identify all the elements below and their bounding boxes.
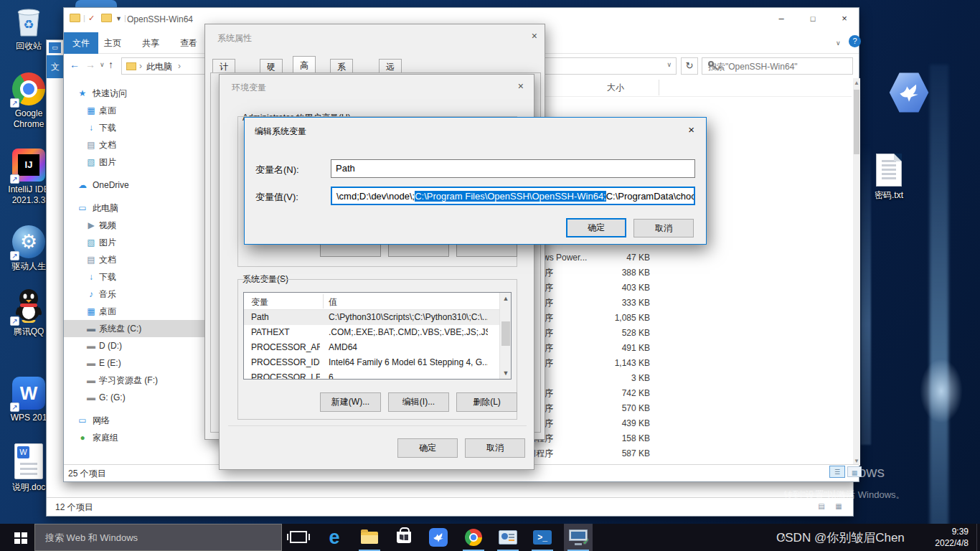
task-view-icon[interactable]: [290, 531, 307, 543]
sidebar-item[interactable]: ▦ 桌面: [64, 303, 216, 320]
sidebar-item[interactable]: ▬ D (D:): [64, 337, 216, 354]
tab-hardware[interactable]: 硬件: [260, 59, 283, 74]
address-dropdown-icon[interactable]: ∨: [666, 61, 672, 68]
taskbar-search-input[interactable]: 搜索 Web 和 Windows: [34, 524, 282, 551]
file-row[interactable]: 应用程序 587 KB: [519, 446, 650, 461]
tab-view[interactable]: 查看: [180, 37, 197, 50]
taskbar-chrome-icon[interactable]: [459, 524, 488, 551]
cancel-button[interactable]: 取消: [465, 438, 525, 458]
scroll-down-icon[interactable]: ▼: [500, 369, 512, 377]
breadcrumb-this-pc[interactable]: 此电脑: [146, 61, 172, 73]
taskbar-store-icon[interactable]: [390, 524, 418, 551]
sidebar-item[interactable]: ▤ 文档: [64, 136, 216, 154]
edit-button[interactable]: 编辑(I)...: [388, 392, 449, 412]
sidebar-item[interactable]: ▧ 图片: [64, 234, 216, 251]
sidebar-item[interactable]: ▬ 系统盘 (C:): [64, 320, 216, 337]
cancel-button[interactable]: 取消: [633, 219, 694, 237]
minimize-button[interactable]: –: [765, 8, 797, 31]
system-variables-table[interactable]: 变量 值 Path C:\Python310\Scripts\;C:\Pytho…: [243, 292, 512, 380]
sidebar-item[interactable]: ▤ 文档: [64, 251, 216, 268]
sidebar-item[interactable]: ↓ 下载: [64, 268, 216, 286]
sidebar-item[interactable]: ↓ 下载: [64, 119, 216, 136]
taskbar-system-properties-icon[interactable]: ✓: [564, 524, 593, 551]
variable-value-input[interactable]: \cmd;D:\dev\node\;C:\Program Files\OpenS…: [331, 187, 695, 205]
delete-button[interactable]: 删除(L): [456, 392, 517, 412]
sidebar-item[interactable]: ▬ E (E:): [64, 354, 216, 372]
tab-system-protection[interactable]: 系统保护: [330, 59, 353, 74]
qat-dropdown-icon[interactable]: ▼: [116, 15, 122, 22]
large-icons-view-toggle[interactable]: ▦: [847, 466, 862, 477]
table-scrollbar[interactable]: ▲ ▼: [499, 293, 511, 379]
table-row[interactable]: PATHEXT .COM;.EXE;.BAT;.CMD;.VBS;.VBE;.J…: [244, 325, 511, 340]
tab-computer-name[interactable]: 计算机名: [212, 59, 235, 74]
up-icon[interactable]: ↑: [108, 59, 113, 70]
start-button[interactable]: [7, 524, 34, 551]
sidebar-item[interactable]: ▭ 网络: [64, 412, 216, 429]
ok-button[interactable]: 确定: [566, 218, 626, 237]
sidebar-item[interactable]: ▭ 此电脑: [64, 199, 216, 217]
taskbar-explorer-icon[interactable]: [355, 524, 384, 551]
recent-locations-icon[interactable]: ∨: [100, 61, 105, 68]
taskbar-thunder-icon[interactable]: [424, 524, 453, 551]
tab-share[interactable]: 共享: [142, 37, 159, 50]
file-menu-button[interactable]: 文件: [64, 32, 98, 54]
table-row[interactable]: Path C:\Python310\Scripts\;C:\Python310\…: [244, 310, 511, 325]
sidebar-item[interactable]: ▬ 学习资源盘 (F:): [64, 372, 216, 389]
close-icon[interactable]: ×: [518, 80, 524, 92]
sidebar-item[interactable]: ▶ 视频: [64, 217, 216, 234]
tab-home[interactable]: 主页: [104, 37, 121, 50]
column-size[interactable]: 大小: [607, 82, 624, 94]
details-view-toggle[interactable]: ☰: [829, 466, 845, 478]
scroll-up-icon[interactable]: ▲: [500, 295, 512, 302]
taskbar-clock[interactable]: 9:39 2022/4/8: [935, 526, 969, 549]
help-icon[interactable]: ?: [849, 35, 861, 47]
tab-remote[interactable]: 远程: [379, 59, 402, 74]
taskbar-control-panel-icon[interactable]: [494, 524, 522, 551]
ok-button[interactable]: 确定: [397, 438, 458, 458]
variable-name-input[interactable]: Path: [331, 159, 695, 178]
taskbar-powershell-icon[interactable]: >_: [528, 524, 557, 551]
show-desktop-button[interactable]: [976, 524, 980, 551]
list-view-icon[interactable]: ▤: [814, 501, 829, 512]
scroll-thumb[interactable]: [501, 321, 510, 346]
column-variable[interactable]: 变量: [251, 296, 268, 309]
new-button[interactable]: 新建(W)...: [320, 392, 381, 412]
thumbnail-view-icon[interactable]: ▦: [831, 501, 846, 512]
search-input[interactable]: 搜索"OpenSSH-Win64": [702, 57, 853, 75]
maximize-button[interactable]: □: [797, 8, 829, 31]
properties-check-icon[interactable]: ✓: [88, 14, 95, 23]
table-row[interactable]: PROCESSOR_LEV... 6: [244, 370, 511, 380]
table-row[interactable]: PROCESSOR_IDE... Intel64 Family 6 Model …: [244, 355, 511, 370]
sidebar-item[interactable]: ♪ 音乐: [64, 286, 216, 303]
refresh-icon[interactable]: ↻: [681, 57, 698, 75]
taskbar-edge-icon[interactable]: e: [320, 524, 349, 551]
sidebar-item[interactable]: ● 家庭组: [64, 429, 216, 446]
sidebar-item[interactable]: ☁ OneDrive: [64, 176, 216, 194]
file-size: 158 KB: [622, 431, 650, 446]
back-icon[interactable]: ←: [70, 59, 80, 70]
column-value[interactable]: 值: [329, 296, 337, 309]
close-icon[interactable]: ×: [688, 123, 694, 136]
close-button[interactable]: ×: [829, 8, 860, 31]
scroll-up-icon[interactable]: ▲: [853, 80, 860, 86]
forward-icon[interactable]: →: [85, 59, 95, 70]
new-folder-qat-icon[interactable]: [101, 14, 112, 22]
folder-qat-icon[interactable]: [70, 14, 80, 22]
desktop-icon-password-txt[interactable]: 密码.txt: [865, 152, 913, 201]
ribbon-collapse-icon[interactable]: ∨: [836, 39, 841, 47]
sidebar-item-icon: ▭: [77, 412, 88, 429]
tab-advanced[interactable]: 高级: [293, 56, 316, 74]
close-icon[interactable]: ×: [532, 30, 537, 42]
table-row[interactable]: PROCESSOR_AR... AMD64: [244, 340, 511, 355]
edit-system-variable-dialog[interactable]: 编辑系统变量 × 变量名(N): Path 变量值(V): \cmd;D:\de…: [244, 117, 707, 245]
sidebar-item[interactable]: ▬ G: (G:): [64, 389, 216, 406]
sidebar-item[interactable]: ★ 快速访问: [64, 85, 216, 102]
scrollbar-vertical[interactable]: ▲ ▼: [853, 78, 860, 466]
scroll-down-icon[interactable]: ▼: [853, 458, 860, 464]
desktop-icon-thunder[interactable]: [885, 70, 933, 115]
tray-expand-icon[interactable]: ∧: [781, 532, 786, 551]
file-menu-button-back[interactable]: 文: [47, 55, 64, 78]
sidebar-item[interactable]: ▧ 图片: [64, 154, 216, 171]
scroll-thumb[interactable]: [854, 90, 859, 154]
sidebar-item[interactable]: ▦ 桌面: [64, 102, 216, 119]
